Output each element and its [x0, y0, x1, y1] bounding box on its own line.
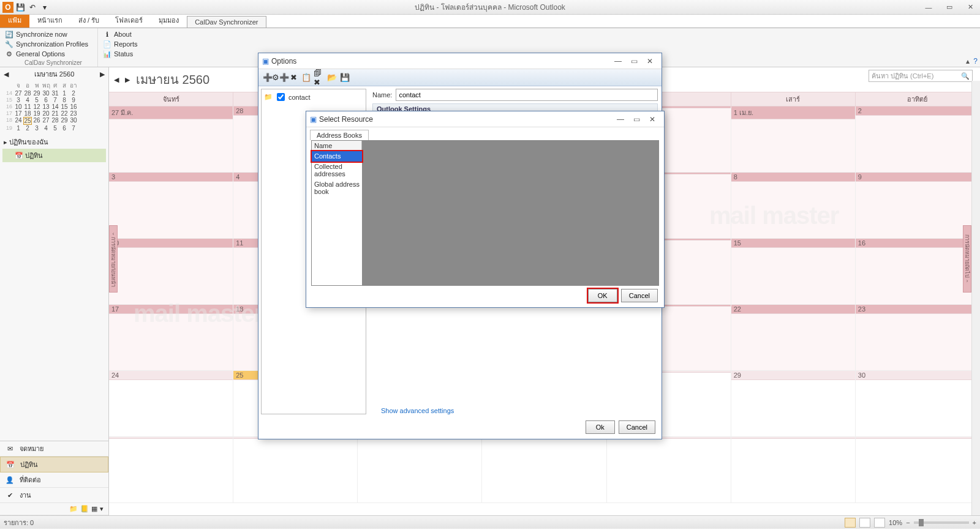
- calendar-cell[interactable]: 8: [731, 173, 856, 239]
- calendar-cell[interactable]: [607, 437, 731, 503]
- ribbon-group-label: CalDav Synchronizer: [24, 59, 82, 66]
- minical-nav: ◀ เมษายน 2560 ▶: [0, 67, 108, 81]
- selres-maximize-button[interactable]: ▭: [628, 113, 644, 125]
- nav-mail[interactable]: ✉จดหมาย: [0, 441, 108, 457]
- general-options-button[interactable]: ⚙General Options: [5, 49, 92, 59]
- next-appointment-grip[interactable]: การนัดหมายถัดไป›: [963, 225, 971, 293]
- calendar-cell[interactable]: 3: [109, 173, 233, 239]
- window-title: ปฏิทิน - โฟลเดอร์ส่วนบุคคล - Microsoft O…: [0, 1, 980, 13]
- selres-minimize-button[interactable]: —: [612, 113, 628, 125]
- selres-ok-button[interactable]: OK: [588, 289, 617, 302]
- list-column-header[interactable]: Name: [312, 141, 362, 151]
- selres-tabs: Address Books: [306, 127, 664, 140]
- calendar-cell[interactable]: 10: [109, 239, 233, 305]
- calendar-cell[interactable]: [109, 437, 233, 503]
- note-icon: 📒: [80, 505, 89, 513]
- zoom-in-button[interactable]: +: [973, 519, 976, 526]
- tab-address-books[interactable]: Address Books: [310, 130, 369, 140]
- calendar-cell[interactable]: 30: [856, 371, 980, 437]
- calendar-cell[interactable]: 1 เม.ย.: [731, 106, 856, 173]
- options-cancel-button[interactable]: Cancel: [619, 420, 655, 434]
- calendar-cell[interactable]: 2: [856, 106, 980, 173]
- nav-shortcuts[interactable]: 📁📒▦▾: [0, 503, 108, 515]
- prev-month-icon[interactable]: ◀: [4, 70, 9, 78]
- scrollbar[interactable]: [971, 81, 980, 515]
- my-calendars-header[interactable]: ▸ ปฏิทินของฉัน: [2, 135, 106, 149]
- ribbon-collapse-icon[interactable]: ▴: [966, 57, 970, 65]
- reports-icon: 📄: [103, 40, 111, 48]
- delete-icon[interactable]: ✖: [288, 72, 299, 83]
- selres-close-button[interactable]: ✕: [644, 113, 660, 125]
- options-maximize-button[interactable]: ▭: [626, 55, 642, 67]
- tab-caldav-synchronizer[interactable]: CalDav Synchronizer: [187, 16, 266, 28]
- calendar-cell[interactable]: [358, 437, 482, 503]
- reports-button[interactable]: 📄Reports: [103, 39, 138, 49]
- profile-checkbox[interactable]: [277, 93, 285, 101]
- select-resource-titlebar[interactable]: ▣ Select Resource — ▭ ✕: [306, 111, 664, 127]
- prev-appointment-grip[interactable]: ‹การนัดหมายก่อนหน้า: [109, 225, 118, 293]
- minimize-button[interactable]: —: [920, 2, 937, 12]
- cal-next-icon[interactable]: ▶: [125, 76, 130, 84]
- options-ok-button[interactable]: Ok: [586, 420, 615, 434]
- calendar-cell[interactable]: 15: [731, 239, 856, 305]
- export-icon[interactable]: 💾: [339, 72, 350, 83]
- resource-list-item[interactable]: Global address book: [312, 179, 362, 197]
- calendar-cell[interactable]: 24: [109, 371, 233, 437]
- add-multiple-icon[interactable]: ⚙➕: [275, 72, 286, 83]
- nav-contacts[interactable]: 👤ที่ติดต่อ: [0, 472, 108, 488]
- sync-icon: 🔄: [5, 30, 13, 39]
- status-button[interactable]: 📊Status: [103, 49, 138, 59]
- options-dialog-titlebar[interactable]: ▣ Options — ▭ ✕: [258, 53, 662, 69]
- zoom-slider[interactable]: [914, 521, 969, 524]
- calendar-cell[interactable]: [233, 437, 358, 503]
- calendar-cell[interactable]: 22: [731, 305, 856, 371]
- calendar-cell[interactable]: 17: [109, 305, 233, 371]
- calendar-cell[interactable]: [856, 437, 980, 503]
- calendar-cell[interactable]: [482, 437, 606, 503]
- options-minimize-button[interactable]: —: [610, 55, 626, 67]
- profile-tree-item[interactable]: 📁 contact: [263, 91, 364, 103]
- close-button[interactable]: ✕: [962, 2, 979, 12]
- nav-bottom: ✉จดหมาย 📅ปฏิทิน 👤ที่ติดต่อ ✔งาน 📁📒▦▾: [0, 441, 108, 515]
- view-normal-button[interactable]: [845, 518, 856, 528]
- resource-list-item[interactable]: Contacts: [312, 151, 362, 162]
- zoom-out-button[interactable]: −: [906, 519, 910, 526]
- qat-dropdown-icon[interactable]: ▾: [39, 2, 50, 13]
- undo-icon[interactable]: ↶: [27, 2, 38, 13]
- show-advanced-link[interactable]: Show advanced settings: [381, 407, 454, 414]
- calendar-cell[interactable]: 9: [856, 173, 980, 239]
- synchronize-now-button[interactable]: 🔄Synchronize now: [5, 29, 92, 39]
- selres-cancel-button[interactable]: Cancel: [621, 289, 658, 302]
- about-button[interactable]: ℹAbout: [103, 29, 138, 39]
- calendar-cell[interactable]: 16: [856, 239, 980, 305]
- options-close-button[interactable]: ✕: [642, 55, 658, 67]
- help-icon[interactable]: ?: [973, 57, 978, 65]
- select-resource-dialog: ▣ Select Resource — ▭ ✕ Address Books Na…: [306, 111, 665, 308]
- cal-prev-icon[interactable]: ◀: [114, 76, 119, 84]
- mini-calendar[interactable]: จอพพฤศสอา1427282930311215345678916101112…: [0, 81, 108, 132]
- calendar-tree-item[interactable]: 📅 ปฏิทิน: [2, 149, 106, 162]
- nav-tasks[interactable]: ✔งาน: [0, 488, 108, 503]
- name-input[interactable]: [396, 89, 658, 101]
- search-input[interactable]: ค้นหา ปฏิทิน (Ctrl+E) 🔍: [869, 70, 973, 82]
- view-list-button[interactable]: [874, 518, 885, 528]
- window-titlebar: O 💾 ↶ ▾ ปฏิทิน - โฟลเดอร์ส่วนบุคคล - Mic…: [0, 0, 980, 15]
- status-bar: รายการ: 0 10% − +: [0, 515, 980, 529]
- maximize-button[interactable]: ▭: [941, 2, 958, 12]
- name-label: Name:: [372, 91, 392, 99]
- synchronization-profiles-button[interactable]: 🔧Synchronization Profiles: [5, 39, 92, 49]
- calendar-cell[interactable]: 29: [731, 371, 856, 437]
- nav-calendar[interactable]: 📅ปฏิทิน: [0, 457, 108, 472]
- view-reading-button[interactable]: [859, 518, 870, 528]
- next-month-icon[interactable]: ▶: [100, 70, 105, 78]
- save-icon[interactable]: 💾: [15, 2, 26, 13]
- copy-icon[interactable]: 📋: [301, 72, 312, 83]
- calendar-cell[interactable]: 23: [856, 305, 980, 371]
- open-folder-icon[interactable]: 📂: [326, 72, 337, 83]
- calendar-cell[interactable]: 27 มี.ค.: [109, 106, 233, 173]
- mail-icon: ✉: [5, 444, 15, 453]
- clear-cache-icon[interactable]: 🗐✖: [314, 72, 325, 83]
- resource-list-item[interactable]: Collected addresses: [312, 162, 362, 179]
- calendar-cell[interactable]: [731, 437, 856, 503]
- quick-access-toolbar: O 💾 ↶ ▾: [0, 2, 53, 13]
